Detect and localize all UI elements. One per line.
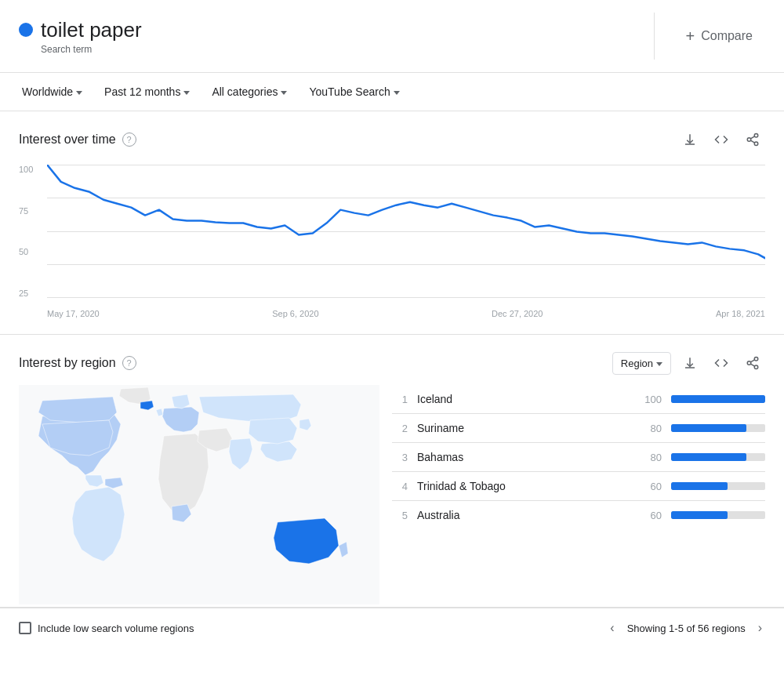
chart-svg	[47, 165, 765, 297]
title-group: Interest over time ?	[19, 133, 136, 147]
region-row: 2 Suriname 80	[392, 414, 765, 443]
pagination: ‹ Showing 1-5 of 56 regions ›	[607, 618, 765, 638]
region-download-icon[interactable]	[677, 350, 702, 376]
region-bar-fill	[671, 395, 765, 403]
prev-page-arrow[interactable]: ‹	[607, 618, 617, 638]
region-row: 5 Australia 60	[392, 501, 765, 529]
region-bar-track	[671, 453, 765, 461]
region-dropdown-chevron	[656, 362, 662, 366]
region-name: Australia	[417, 509, 624, 521]
share-icon[interactable]	[740, 127, 765, 152]
chart-y-labels: 100 75 50 25	[19, 165, 41, 298]
world-map	[19, 385, 379, 607]
search-type-label: YouTube Search	[309, 85, 390, 98]
region-value: 80	[633, 423, 662, 434]
svg-point-0	[754, 134, 758, 138]
region-embed-icon[interactable]	[709, 350, 734, 376]
compare-button[interactable]: + Compare	[673, 21, 766, 52]
search-term-label: Search term	[41, 44, 635, 55]
low-volume-checkbox[interactable]	[19, 622, 31, 634]
interest-by-region-title: Interest by region	[19, 356, 116, 370]
x-label-3: Dec 27, 2020	[492, 309, 543, 318]
region-dropdown-label: Region	[621, 358, 653, 369]
region-title-group: Interest by region ?	[19, 356, 136, 370]
y-label-75: 75	[19, 206, 41, 216]
header-divider	[654, 13, 655, 60]
chart-x-labels: May 17, 2020 Sep 6, 2020 Dec 27, 2020 Ap…	[47, 299, 765, 321]
embed-icon[interactable]	[709, 127, 734, 152]
region-rank: 1	[392, 394, 408, 405]
map-svg	[19, 385, 379, 604]
interest-by-region-section: Interest by region ? Region	[0, 335, 784, 608]
interest-time-help-icon[interactable]: ?	[122, 133, 136, 147]
time-chevron-icon	[183, 91, 190, 95]
region-bar-track	[671, 511, 765, 519]
search-term-block: toilet paper Search term	[19, 18, 635, 55]
x-label-2: Sep 6, 2020	[272, 309, 318, 318]
region-name: Bahamas	[417, 451, 624, 463]
region-value: 80	[633, 452, 662, 463]
region-footer: Include low search volume regions ‹ Show…	[0, 608, 784, 648]
y-label-25: 25	[19, 289, 41, 298]
next-page-arrow[interactable]: ›	[755, 618, 765, 638]
region-rank: 3	[392, 452, 408, 463]
region-row: 3 Bahamas 80	[392, 443, 765, 472]
region-row: 1 Iceland 100	[392, 385, 765, 414]
region-name: Iceland	[417, 393, 624, 405]
region-value: 100	[633, 394, 662, 405]
region-help-icon[interactable]: ?	[122, 356, 136, 370]
search-term-name: toilet paper	[41, 18, 142, 42]
region-value: 60	[633, 481, 662, 492]
time-filter-label: Past 12 months	[104, 85, 180, 98]
interest-time-actions	[677, 127, 765, 152]
category-filter[interactable]: All categories	[202, 79, 296, 104]
region-bar-track	[671, 482, 765, 490]
region-bar-fill	[671, 482, 728, 490]
svg-line-3	[750, 140, 754, 143]
y-label-50: 50	[19, 247, 41, 256]
region-bar-track	[671, 395, 765, 403]
svg-point-5	[754, 358, 758, 361]
pagination-text: Showing 1-5 of 56 regions	[627, 623, 746, 634]
term-color-dot	[19, 23, 33, 37]
region-value: 60	[633, 510, 662, 521]
compare-label: Compare	[701, 29, 753, 43]
region-filter[interactable]: Worldwide	[13, 79, 92, 104]
region-rank: 2	[392, 423, 408, 434]
header: toilet paper Search term + Compare	[0, 0, 784, 73]
region-share-icon[interactable]	[740, 350, 765, 376]
region-bar-fill	[671, 453, 746, 461]
interest-over-time-section: Interest over time ?	[0, 111, 784, 335]
region-row: 4 Trinidad & Tobago 60	[392, 472, 765, 501]
svg-point-1	[747, 138, 751, 142]
interest-by-region-header: Interest by region ? Region	[19, 350, 765, 376]
low-volume-checkbox-label[interactable]: Include low search volume regions	[19, 622, 194, 634]
time-filter[interactable]: Past 12 months	[95, 79, 199, 104]
interest-over-time-header: Interest over time ?	[19, 127, 765, 152]
search-term-dot: toilet paper	[19, 18, 635, 42]
x-label-4: Apr 18, 2021	[716, 309, 765, 318]
region-rank: 4	[392, 481, 408, 492]
gridline-0	[47, 297, 765, 298]
region-list: 1 Iceland 100 2 Suriname 80 3 Bahamas 80	[392, 385, 765, 607]
region-bar-fill	[671, 424, 746, 432]
y-label-100: 100	[19, 165, 41, 174]
search-type-chevron-icon	[394, 91, 400, 95]
svg-point-7	[754, 365, 758, 369]
svg-line-9	[750, 360, 754, 362]
low-volume-label: Include low search volume regions	[38, 623, 194, 634]
filters-bar: Worldwide Past 12 months All categories …	[0, 73, 784, 111]
search-type-filter[interactable]: YouTube Search	[299, 79, 408, 104]
svg-line-8	[750, 364, 754, 366]
region-filter-label: Worldwide	[22, 85, 73, 98]
svg-line-4	[750, 136, 754, 139]
region-content: 1 Iceland 100 2 Suriname 80 3 Bahamas 80	[19, 385, 765, 607]
region-type-dropdown[interactable]: Region	[612, 352, 671, 375]
region-name: Trinidad & Tobago	[417, 480, 624, 492]
download-icon[interactable]	[677, 127, 702, 152]
region-header-actions: Region	[612, 350, 765, 376]
chart-area	[47, 165, 765, 298]
x-label-1: May 17, 2020	[47, 309, 100, 318]
svg-point-2	[754, 142, 758, 146]
interest-over-time-title: Interest over time	[19, 133, 116, 147]
